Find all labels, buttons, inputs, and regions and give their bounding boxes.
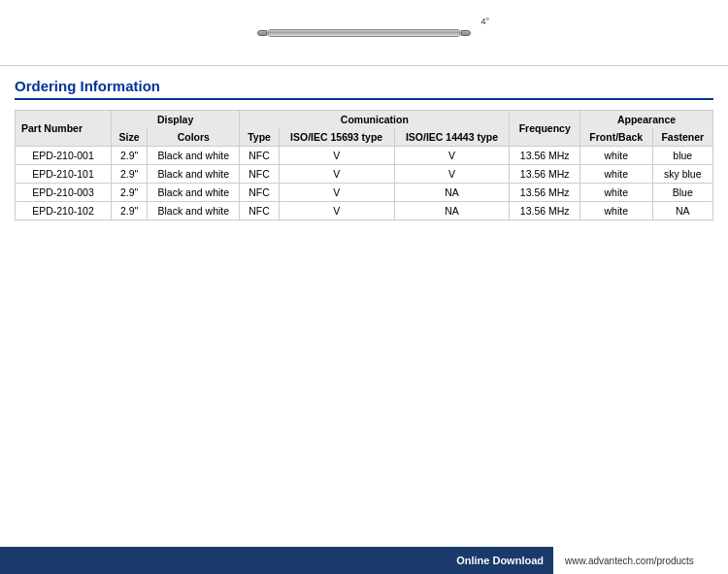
table-cell: 2.9" (111, 165, 147, 184)
th-fastener: Fastener (652, 128, 712, 147)
table-cell: Black and white (148, 165, 240, 184)
table-cell: V (279, 202, 394, 220)
table-row: EPD-210-0032.9"Black and whiteNFCVNA13.5… (16, 184, 713, 202)
table-cell: white (580, 147, 653, 165)
ordering-table: Part Number Display Comunication Frequen… (15, 110, 713, 220)
diagram-section: 4° (0, 0, 728, 66)
table-cell: Black and white (148, 184, 240, 202)
footer-url-text: www.advantech.com/products (565, 556, 694, 566)
table-cell: NFC (240, 165, 279, 184)
table-row: EPD-210-1022.9"Black and whiteNFCVNA13.5… (16, 202, 713, 220)
th-colors: Colors (148, 128, 240, 147)
table-cell: EPD-210-003 (16, 184, 112, 202)
table-cell: NFC (240, 147, 279, 165)
table-cell: V (394, 165, 510, 184)
section-title: Ordering Information (15, 78, 713, 100)
table-cell: 13.56 MHz (510, 184, 580, 202)
table-row: EPD-210-1012.9"Black and whiteNFCVV13.56… (16, 165, 713, 184)
table-cell: NFC (240, 202, 279, 220)
table-cell: V (394, 147, 510, 165)
footer-url: www.advantech.com/products (553, 547, 728, 574)
table-cell: 2.9" (111, 184, 147, 202)
table-cell: Black and white (148, 202, 240, 220)
th-type: Type (240, 128, 279, 147)
table-cell: sky blue (652, 165, 712, 184)
table-cell: V (279, 147, 394, 165)
table-cell: 2.9" (111, 147, 147, 165)
table-cell: NFC (240, 184, 279, 202)
table-cell: NA (394, 202, 510, 220)
table-cell: white (580, 202, 653, 220)
dimension-label: 4° (480, 17, 489, 26)
table-cell: EPD-210-102 (16, 202, 112, 220)
th-iso14443: ISO/IEC 14443 type (394, 128, 510, 147)
th-front-back: Front/Back (580, 128, 653, 147)
table-cell: Black and white (148, 147, 240, 165)
table-cell: blue (652, 147, 712, 165)
footer-label: Online Download (447, 555, 553, 566)
th-appearance-group: Appearance (580, 111, 713, 129)
table-cell: NA (394, 184, 510, 202)
device-body: 4° (267, 29, 461, 37)
table-cell: 13.56 MHz (510, 165, 580, 184)
th-display-group: Display (111, 111, 239, 129)
table-cell: 2.9" (111, 202, 147, 220)
device-diagram: 4° (257, 29, 471, 37)
table-body: EPD-210-0012.9"Black and whiteNFCVV13.56… (16, 147, 713, 220)
table-cell: V (279, 165, 394, 184)
table-cell: V (279, 184, 394, 202)
device-tip-right (461, 30, 471, 36)
th-size: Size (111, 128, 147, 147)
table-header-row-1: Part Number Display Comunication Frequen… (16, 111, 713, 129)
table-cell: NA (652, 202, 712, 220)
th-part-number: Part Number (16, 111, 112, 147)
table-header-row-2: Size Colors Type ISO/IEC 15693 type ISO/… (16, 128, 713, 147)
table-cell: 13.56 MHz (510, 202, 580, 220)
footer: Online Download www.advantech.com/produc… (0, 547, 728, 574)
device-tip-left (257, 30, 267, 36)
table-cell: white (580, 184, 653, 202)
main-content: Ordering Information Part Number Display… (0, 66, 728, 230)
th-iso15693: ISO/IEC 15693 type (279, 128, 394, 147)
table-cell: EPD-210-101 (16, 165, 112, 184)
table-cell: EPD-210-001 (16, 147, 112, 165)
th-communication-group: Comunication (240, 111, 510, 129)
table-cell: white (580, 165, 653, 184)
table-row: EPD-210-0012.9"Black and whiteNFCVV13.56… (16, 147, 713, 165)
th-frequency: Frequency (510, 111, 580, 147)
table-cell: Blue (652, 184, 712, 202)
table-cell: 13.56 MHz (510, 147, 580, 165)
